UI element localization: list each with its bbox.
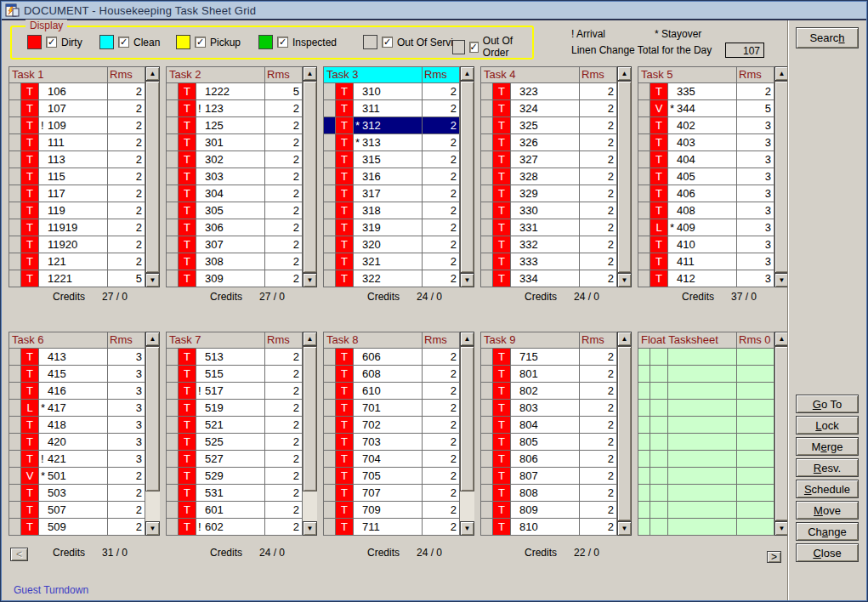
task-row[interactable]: T 707 2 [324, 485, 460, 502]
task-row[interactable]: T 418 3 [9, 417, 145, 434]
task-row[interactable]: T 531 2 [167, 485, 303, 502]
task-row[interactable]: T 330 2 [481, 202, 617, 219]
clean-checkbox[interactable]: ✓ [118, 37, 129, 48]
task-row[interactable]: T 415 3 [9, 366, 145, 383]
task-row[interactable]: T 810 2 [481, 519, 617, 536]
task-row[interactable]: T 711 2 [324, 519, 460, 536]
scroll-right-button[interactable]: > [767, 551, 781, 563]
task-row[interactable]: T 329 2 [481, 185, 617, 202]
scroll-up-button[interactable]: ▲ [617, 66, 632, 81]
task-row[interactable]: T 322 2 [324, 270, 460, 287]
task-row[interactable]: T 608 2 [324, 366, 460, 383]
task-row[interactable]: T 327 2 [481, 151, 617, 168]
task-row[interactable]: T 702 2 [324, 417, 460, 434]
float-empty-row[interactable] [638, 349, 774, 366]
task-row[interactable]: T 121 2 [9, 253, 145, 270]
out-of-order-checkbox[interactable]: ✓ [469, 42, 479, 53]
task-row[interactable]: T 307 2 [167, 236, 303, 253]
go-to-button[interactable]: Go To [796, 395, 859, 413]
task-row[interactable]: T 802 2 [481, 383, 617, 400]
task-row[interactable]: T 410 3 [638, 236, 774, 253]
float-empty-row[interactable] [638, 434, 774, 451]
task-row[interactable]: T 1222 5 [167, 83, 303, 100]
task-row[interactable]: T 807 2 [481, 468, 617, 485]
task-row[interactable]: T 412 3 [638, 270, 774, 287]
task-row[interactable]: T 107 2 [9, 100, 145, 117]
merge-button[interactable]: Merge [796, 437, 859, 456]
move-button[interactable]: Move [796, 501, 859, 520]
scroll-up-button[interactable]: ▲ [303, 66, 317, 81]
task-row[interactable]: V * 344 5 [638, 100, 774, 117]
task-row[interactable]: T 332 2 [481, 236, 617, 253]
scrollbar-track[interactable] [303, 346, 317, 521]
task-row[interactable]: T 509 2 [9, 519, 145, 536]
task-row[interactable]: T 406 3 [638, 185, 774, 202]
task-row[interactable]: T 808 2 [481, 485, 617, 502]
panel-scrollbar[interactable]: ▲ ▼ [617, 332, 632, 536]
panel-scrollbar[interactable]: ▲ ▼ [145, 332, 160, 536]
float-empty-row[interactable] [638, 485, 774, 502]
task-row[interactable]: T 805 2 [481, 434, 617, 451]
task-row[interactable]: T 519 2 [167, 400, 303, 417]
task-row[interactable]: T 503 2 [9, 485, 145, 502]
task-row[interactable]: T 420 3 [9, 434, 145, 451]
scroll-down-button[interactable]: ▼ [460, 273, 474, 287]
task-row[interactable]: T 334 2 [481, 270, 617, 287]
task-row[interactable]: T 304 2 [167, 185, 303, 202]
pickup-checkbox[interactable]: ✓ [195, 37, 206, 48]
float-empty-row[interactable] [638, 417, 774, 434]
task-row[interactable]: T 115 2 [9, 168, 145, 185]
task-row[interactable]: T 705 2 [324, 468, 460, 485]
task-row[interactable]: T 701 2 [324, 400, 460, 417]
task-row[interactable]: T 315 2 [324, 151, 460, 168]
float-empty-row[interactable] [638, 383, 774, 400]
scroll-up-button[interactable]: ▲ [460, 66, 474, 81]
task-row[interactable]: T 803 2 [481, 400, 617, 417]
task-row[interactable]: V * 501 2 [9, 468, 145, 485]
scroll-up-button[interactable]: ▲ [145, 332, 160, 346]
scrollbar-track[interactable] [617, 346, 632, 521]
task-row[interactable]: T 328 2 [481, 168, 617, 185]
scrollbar-thumb[interactable] [617, 346, 632, 521]
scrollbar-thumb[interactable] [617, 81, 632, 273]
task-row[interactable]: T ! 602 2 [167, 519, 303, 536]
scrollbar-track[interactable] [460, 81, 474, 273]
scrollbar-thumb[interactable] [460, 81, 474, 273]
task-row[interactable]: T 527 2 [167, 451, 303, 468]
task-row[interactable]: T 606 2 [324, 349, 460, 366]
task-row[interactable]: T 507 2 [9, 502, 145, 519]
scrollbar-track[interactable] [145, 346, 160, 521]
float-empty-row[interactable] [638, 519, 774, 536]
search-button[interactable]: Search [796, 27, 859, 48]
inspected-checkbox[interactable]: ✓ [277, 37, 288, 48]
change-button[interactable]: Change [796, 522, 859, 541]
task-row[interactable]: T 804 2 [481, 417, 617, 434]
schedule-button[interactable]: Schedule [796, 480, 859, 498]
task-row[interactable]: T 106 2 [9, 83, 145, 100]
dirty-checkbox[interactable]: ✓ [46, 37, 57, 48]
guest-turndown-link[interactable]: Guest Turndown [14, 584, 88, 596]
scroll-down-button[interactable]: ▼ [303, 273, 317, 287]
task-row[interactable]: T 529 2 [167, 468, 303, 485]
task-row[interactable]: T ! 123 2 [167, 100, 303, 117]
resv-button[interactable]: Resv. [796, 458, 859, 477]
task-row[interactable]: T 703 2 [324, 434, 460, 451]
task-row[interactable]: T 402 3 [638, 117, 774, 134]
task-row[interactable]: T 309 2 [167, 270, 303, 287]
task-row[interactable]: T 310 2 [324, 83, 460, 100]
task-row[interactable]: T 318 2 [324, 202, 460, 219]
scroll-down-button[interactable]: ▼ [145, 273, 160, 287]
lock-button[interactable]: Lock [796, 416, 859, 434]
float-empty-row[interactable] [638, 400, 774, 417]
task-row[interactable]: T 416 3 [9, 383, 145, 400]
task-row[interactable]: T 704 2 [324, 451, 460, 468]
task-row[interactable]: T 323 2 [481, 83, 617, 100]
task-row[interactable]: T 405 3 [638, 168, 774, 185]
task-row[interactable]: T 316 2 [324, 168, 460, 185]
scroll-down-button[interactable]: ▼ [460, 521, 474, 536]
task-row[interactable]: T 408 3 [638, 202, 774, 219]
task-row[interactable]: T 11920 2 [9, 236, 145, 253]
scroll-down-button[interactable]: ▼ [145, 521, 160, 536]
float-empty-row[interactable] [638, 451, 774, 468]
task-row[interactable]: T 403 3 [638, 134, 774, 151]
